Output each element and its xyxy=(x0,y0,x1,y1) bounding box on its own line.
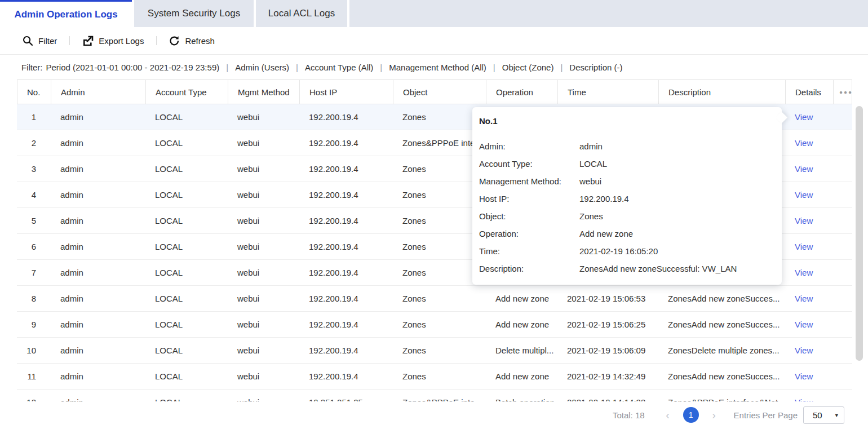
filter-separator: | xyxy=(226,63,228,72)
export-icon xyxy=(82,36,94,46)
view-details-link[interactable]: View xyxy=(795,216,813,225)
cell-object: Zones xyxy=(393,320,486,329)
popup-field-row: Management Method:webui xyxy=(479,173,782,190)
vertical-scrollbar-thumb[interactable] xyxy=(856,106,863,361)
popup-field-value: ZonesAdd new zoneSuccessful: VW_LAN xyxy=(579,264,737,273)
cell-mgmt-method: webui xyxy=(228,112,299,122)
popup-field-label: Admin: xyxy=(479,141,579,151)
table-row[interactable]: 8adminLOCALwebui192.200.19.4ZonesAdd new… xyxy=(17,286,852,312)
cell-no: 8 xyxy=(17,294,51,303)
current-page-button[interactable]: 1 xyxy=(683,407,699,423)
cell-host-ip: 192.200.19.4 xyxy=(299,164,393,174)
popup-field-value: admin xyxy=(579,141,603,151)
cell-description: ZonesDelete multiple zones... xyxy=(658,346,785,355)
cell-object: Zones&PPPoE inte... xyxy=(393,397,486,401)
cell-account-type: LOCAL xyxy=(145,242,228,251)
column-header-admin: Admin xyxy=(51,80,145,104)
entries-per-page-select[interactable]: 50 ▾ xyxy=(803,406,844,424)
cell-time: 2021-02-19 14:32:49 xyxy=(557,371,658,381)
cell-admin: admin xyxy=(51,397,145,401)
table-row[interactable]: 12adminLOCALwebui10.251.251.25Zones&PPPo… xyxy=(17,390,852,401)
popup-field-label: Management Method: xyxy=(479,176,579,186)
cell-host-ip: 10.251.251.25 xyxy=(299,397,393,401)
next-page-button[interactable]: › xyxy=(707,409,721,422)
cell-admin: admin xyxy=(51,320,145,329)
cell-no: 1 xyxy=(17,112,51,122)
tab-bar-filler xyxy=(349,0,868,27)
view-details-link[interactable]: View xyxy=(795,346,813,355)
filter-button[interactable]: Filter xyxy=(23,36,57,46)
filter-criterion: Management Method (All) xyxy=(389,63,486,72)
view-details-link[interactable]: View xyxy=(795,164,813,174)
popup-field-row: Account Type:LOCAL xyxy=(479,155,782,173)
cell-account-type: LOCAL xyxy=(145,397,228,401)
view-details-link[interactable]: View xyxy=(795,320,813,329)
column-header-operation: Operation xyxy=(486,80,557,104)
table-row[interactable]: 11adminLOCALwebui192.200.19.4ZonesAdd ne… xyxy=(17,364,852,390)
total-count-label: Total: 18 xyxy=(613,410,645,420)
column-settings-icon[interactable]: ●●● xyxy=(833,80,852,104)
filter-summary: Filter: Period (2021-01-01 00:00 - 2021-… xyxy=(0,55,868,79)
toolbar-divider xyxy=(69,36,70,45)
export-logs-button[interactable]: Export Logs xyxy=(82,36,144,46)
cell-host-ip: 192.200.19.4 xyxy=(299,190,393,200)
search-icon xyxy=(23,36,33,46)
cell-object: Zones xyxy=(393,346,486,355)
view-details-link[interactable]: View xyxy=(795,294,813,303)
popup-field-value: 2021-02-19 16:05:20 xyxy=(579,246,658,256)
popup-title: No.1 xyxy=(479,116,782,126)
tab-local-acl-logs[interactable]: Local ACL Logs xyxy=(256,0,347,27)
export-logs-button-label: Export Logs xyxy=(99,36,144,46)
cell-operation: Add new zone xyxy=(486,320,557,329)
cell-details: View xyxy=(785,371,833,381)
popup-field-row: Description:ZonesAdd new zoneSuccessful:… xyxy=(479,260,782,277)
filter-criterion: Description (-) xyxy=(569,63,622,72)
column-header-no-: No. xyxy=(17,80,51,104)
popup-field-row: Operation:Add new zone xyxy=(479,225,782,242)
filter-summary-parts: Period (2021-01-01 00:00 - 2021-02-19 23… xyxy=(46,63,623,72)
cell-no: 11 xyxy=(17,371,51,381)
cell-host-ip: 192.200.19.4 xyxy=(299,242,393,251)
cell-host-ip: 192.200.19.4 xyxy=(299,268,393,277)
popup-fields: Admin:adminAccount Type:LOCALManagement … xyxy=(479,138,782,277)
cell-operation: Add new zone xyxy=(486,294,557,303)
filter-separator: | xyxy=(493,63,495,72)
popup-field-value: 192.200.19.4 xyxy=(579,194,629,204)
refresh-button[interactable]: Refresh xyxy=(169,36,215,46)
column-header-description: Description xyxy=(658,80,785,104)
cell-details: View xyxy=(785,268,833,277)
cell-time: 2021-02-19 15:06:53 xyxy=(557,294,658,303)
cell-admin: admin xyxy=(51,112,145,122)
view-details-link[interactable]: View xyxy=(795,242,813,251)
cell-account-type: LOCAL xyxy=(145,268,228,277)
popup-field-row: Object:Zones xyxy=(479,207,782,225)
tab-admin-operation-logs[interactable]: Admin Operation Logs xyxy=(0,0,132,27)
cell-time: 2021-02-19 14:14:28 xyxy=(557,397,658,401)
cell-admin: admin xyxy=(51,268,145,277)
cell-no: 10 xyxy=(17,346,51,355)
view-details-link[interactable]: View xyxy=(795,371,813,381)
cell-account-type: LOCAL xyxy=(145,294,228,303)
table-row[interactable]: 9adminLOCALwebui192.200.19.4ZonesAdd new… xyxy=(17,312,852,338)
view-details-link[interactable]: View xyxy=(795,190,813,200)
pagination-bar: Total: 18 ‹ 1 › Entries Per Page 50 ▾ xyxy=(0,401,868,428)
filter-separator: | xyxy=(380,63,382,72)
cell-description: Zones&PPPoE interface&Net... xyxy=(658,397,785,401)
view-details-link[interactable]: View xyxy=(795,268,813,277)
cell-host-ip: 192.200.19.4 xyxy=(299,371,393,381)
view-details-link[interactable]: View xyxy=(795,397,813,401)
table-row[interactable]: 10adminLOCALwebui192.200.19.4ZonesDelete… xyxy=(17,338,852,364)
cell-host-ip: 192.200.19.4 xyxy=(299,320,393,329)
cell-no: 5 xyxy=(17,216,51,225)
prev-page-button[interactable]: ‹ xyxy=(661,409,675,422)
cell-mgmt-method: webui xyxy=(228,216,299,225)
cell-account-type: LOCAL xyxy=(145,138,228,148)
cell-operation: Batch operation... xyxy=(486,397,557,401)
cell-admin: admin xyxy=(51,164,145,174)
cell-mgmt-method: webui xyxy=(228,397,299,401)
cell-no: 4 xyxy=(17,190,51,200)
tab-system-security-logs[interactable]: System Security Logs xyxy=(134,0,254,27)
view-details-link[interactable]: View xyxy=(795,138,813,148)
view-details-link[interactable]: View xyxy=(795,112,813,122)
cell-admin: admin xyxy=(51,294,145,303)
